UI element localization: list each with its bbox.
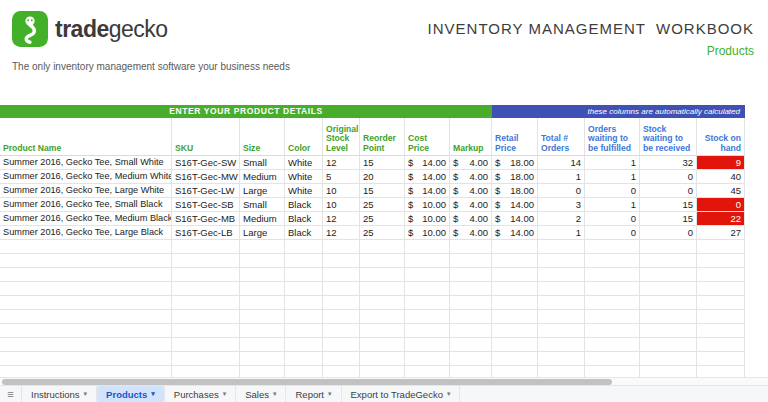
- cell[interactable]: [697, 240, 745, 254]
- cell[interactable]: [538, 338, 585, 352]
- cell[interactable]: [492, 282, 538, 296]
- cell[interactable]: [0, 352, 172, 366]
- sheet-tab-report[interactable]: Report▾: [286, 386, 341, 402]
- cell[interactable]: 40: [697, 170, 745, 184]
- cell[interactable]: Small: [240, 156, 285, 170]
- cell[interactable]: Summer 2016, Gecko Tee, Large Black: [0, 226, 172, 240]
- cell[interactable]: [172, 268, 240, 282]
- cell[interactable]: 0: [585, 212, 640, 226]
- cell[interactable]: [323, 310, 360, 324]
- cell[interactable]: [450, 254, 492, 268]
- cell[interactable]: [172, 296, 240, 310]
- cell[interactable]: [697, 338, 745, 352]
- cell[interactable]: [450, 324, 492, 338]
- cell[interactable]: [0, 254, 172, 268]
- column-header[interactable]: Size: [240, 118, 285, 156]
- cell[interactable]: $18.00: [492, 170, 538, 184]
- cell[interactable]: 1: [538, 170, 585, 184]
- cell[interactable]: [538, 268, 585, 282]
- cell[interactable]: White: [285, 156, 323, 170]
- tab-dropdown-arrow-icon[interactable]: ▾: [84, 390, 88, 398]
- column-header[interactable]: Total # Orders: [538, 118, 585, 156]
- tab-dropdown-arrow-icon[interactable]: ▾: [223, 390, 227, 398]
- cell[interactable]: [492, 254, 538, 268]
- cell[interactable]: [538, 310, 585, 324]
- cell[interactable]: [0, 366, 172, 377]
- cell[interactable]: [492, 310, 538, 324]
- cell[interactable]: 9: [697, 156, 745, 170]
- cell[interactable]: [285, 352, 323, 366]
- cell[interactable]: 5: [323, 170, 360, 184]
- cell[interactable]: 1: [585, 198, 640, 212]
- cell[interactable]: S16T-Gec-LB: [172, 226, 240, 240]
- cell[interactable]: 2: [538, 212, 585, 226]
- cell[interactable]: [585, 254, 640, 268]
- cell[interactable]: 12: [323, 226, 360, 240]
- cell[interactable]: [450, 352, 492, 366]
- cell[interactable]: [360, 352, 405, 366]
- cell[interactable]: Medium: [240, 170, 285, 184]
- cell[interactable]: [360, 324, 405, 338]
- cell[interactable]: $4.00: [450, 156, 492, 170]
- sheet-tab-instructions[interactable]: Instructions▾: [22, 386, 97, 402]
- cell[interactable]: [172, 324, 240, 338]
- cell[interactable]: 1: [585, 156, 640, 170]
- cell[interactable]: Summer 2016, Gecko Tee, Small White: [0, 156, 172, 170]
- cell[interactable]: [360, 310, 405, 324]
- cell[interactable]: [240, 324, 285, 338]
- cell[interactable]: [405, 240, 450, 254]
- cell[interactable]: [285, 366, 323, 377]
- cell[interactable]: 0: [538, 184, 585, 198]
- cell[interactable]: [360, 282, 405, 296]
- column-header[interactable]: Original Stock Level: [323, 118, 360, 156]
- cell[interactable]: [697, 268, 745, 282]
- cell[interactable]: S16T-Gec-LW: [172, 184, 240, 198]
- cell[interactable]: [538, 366, 585, 377]
- cell[interactable]: [697, 352, 745, 366]
- banner-auto-calculated[interactable]: these columns are automatically calculat…: [492, 105, 745, 118]
- cell[interactable]: 12: [323, 156, 360, 170]
- horizontal-scrollbar-thumb[interactable]: [2, 379, 612, 385]
- cell[interactable]: [172, 240, 240, 254]
- cell[interactable]: $4.00: [450, 226, 492, 240]
- cell[interactable]: 0: [697, 198, 745, 212]
- cell[interactable]: 22: [697, 212, 745, 226]
- cell[interactable]: $10.00: [405, 198, 450, 212]
- cell[interactable]: [405, 352, 450, 366]
- cell[interactable]: [405, 282, 450, 296]
- cell[interactable]: 0: [585, 226, 640, 240]
- tab-dropdown-arrow-icon[interactable]: ▾: [273, 390, 277, 398]
- cell[interactable]: 27: [697, 226, 745, 240]
- cell[interactable]: [492, 324, 538, 338]
- cell[interactable]: [640, 324, 697, 338]
- cell[interactable]: [0, 310, 172, 324]
- all-sheets-icon[interactable]: ≡: [0, 386, 22, 402]
- cell[interactable]: [172, 254, 240, 268]
- cell[interactable]: [405, 366, 450, 377]
- cell[interactable]: [538, 240, 585, 254]
- cell[interactable]: [585, 352, 640, 366]
- cell[interactable]: [640, 296, 697, 310]
- cell[interactable]: [585, 296, 640, 310]
- cell[interactable]: 14: [538, 156, 585, 170]
- cell[interactable]: [538, 296, 585, 310]
- cell[interactable]: [240, 282, 285, 296]
- cell[interactable]: Summer 2016, Gecko Tee, Small Black: [0, 198, 172, 212]
- cell[interactable]: [450, 310, 492, 324]
- column-header[interactable]: Color: [285, 118, 323, 156]
- cell[interactable]: $14.00: [492, 212, 538, 226]
- cell[interactable]: [240, 240, 285, 254]
- cell[interactable]: [492, 352, 538, 366]
- cell[interactable]: [450, 282, 492, 296]
- cell[interactable]: [585, 268, 640, 282]
- cell[interactable]: [640, 310, 697, 324]
- cell[interactable]: [492, 268, 538, 282]
- cell[interactable]: $4.00: [450, 212, 492, 226]
- cell[interactable]: 1: [538, 226, 585, 240]
- cell[interactable]: $10.00: [405, 226, 450, 240]
- cell[interactable]: [323, 338, 360, 352]
- cell[interactable]: [697, 310, 745, 324]
- cell[interactable]: [285, 240, 323, 254]
- cell[interactable]: [640, 268, 697, 282]
- cell[interactable]: $4.00: [450, 184, 492, 198]
